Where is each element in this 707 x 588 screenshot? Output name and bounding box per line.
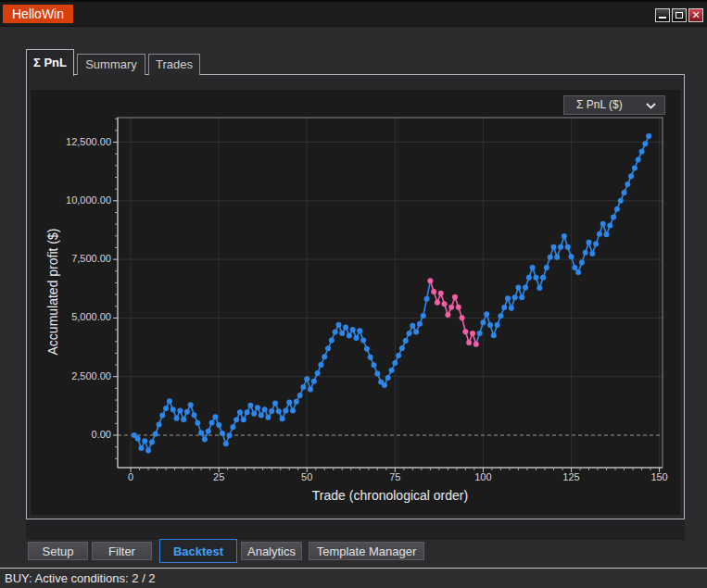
pnl-point: [396, 353, 401, 358]
y-axis-title: Accumulated profit ($): [45, 153, 60, 431]
close-icon: [689, 9, 702, 21]
pnl-point: [460, 315, 465, 320]
y-tick-label: 12,500.00: [54, 136, 111, 147]
pnl-point: [297, 393, 303, 398]
pnl-point: [487, 322, 493, 328]
pnl-point: [153, 432, 158, 437]
pnl-point: [526, 275, 532, 281]
pnl-point: [227, 432, 233, 438]
pnl-point: [149, 440, 155, 445]
pnl-point: [632, 165, 638, 170]
maximize-icon: [675, 12, 683, 19]
minimize-icon: [659, 17, 666, 19]
pnl-point: [245, 409, 250, 415]
pnl-point: [385, 375, 391, 381]
pnl-point: [347, 332, 352, 338]
pnl-point: [625, 181, 630, 187]
tab-filter[interactable]: Filter: [92, 542, 152, 560]
pnl-point: [159, 412, 165, 418]
y-tick-label: 2,500.00: [54, 370, 111, 382]
pnl-point: [142, 438, 147, 444]
pnl-point: [181, 417, 186, 422]
pnl-point: [622, 190, 627, 195]
pnl-point: [642, 141, 648, 146]
pnl-point: [177, 407, 183, 413]
plot-area[interactable]: [107, 107, 673, 478]
pnl-point: [445, 312, 450, 318]
x-tick-label: 25: [200, 471, 237, 482]
pnl-point: [470, 331, 475, 336]
pnl-point: [286, 400, 292, 406]
pnl-point: [145, 447, 151, 453]
pnl-point: [272, 400, 278, 406]
pnl-point: [579, 259, 585, 265]
pnl-point: [195, 420, 200, 426]
tab-pnl[interactable]: Σ PnL: [26, 49, 74, 76]
pnl-point: [628, 173, 634, 179]
pnl-point: [480, 319, 486, 325]
pnl-point: [523, 285, 528, 291]
pnl-point: [170, 407, 176, 412]
pnl-point: [392, 360, 398, 366]
pnl-point: [329, 337, 335, 343]
pnl-point: [135, 436, 141, 442]
title-bar[interactable]: HelloWin: [0, 0, 707, 27]
close-button[interactable]: [688, 8, 703, 22]
pnl-point: [473, 342, 479, 347]
pnl-point: [537, 285, 542, 291]
pnl-point: [462, 329, 468, 334]
pnl-point: [360, 337, 366, 343]
pnl-point: [607, 222, 612, 228]
pnl-point: [572, 265, 577, 270]
pnl-point: [311, 379, 317, 384]
pnl-point: [530, 265, 536, 270]
pnl-point: [509, 306, 514, 311]
pnl-point: [220, 431, 225, 436]
tab-analytics[interactable]: Analytics: [241, 542, 302, 560]
tab-trades[interactable]: Trades: [148, 54, 200, 75]
pnl-point: [442, 301, 448, 307]
tab-summary[interactable]: Summary: [77, 54, 145, 75]
pnl-point: [216, 422, 221, 428]
x-tick-label: 75: [376, 471, 413, 482]
pnl-point: [325, 345, 331, 351]
pnl-point: [339, 331, 345, 336]
tab-backtest[interactable]: Backtest: [159, 539, 237, 563]
pnl-point: [276, 408, 282, 414]
x-tick-label: 150: [641, 471, 678, 482]
pnl-point: [198, 430, 204, 435]
pnl-point: [255, 405, 260, 410]
pnl-point: [290, 407, 296, 413]
pnl-point: [484, 311, 489, 317]
pnl-point: [163, 406, 169, 411]
pnl-point: [407, 331, 412, 336]
pnl-point: [304, 376, 309, 382]
pnl-point: [403, 338, 409, 344]
pnl-point: [315, 370, 321, 376]
pnl-point: [636, 157, 641, 163]
pnl-point: [589, 251, 595, 256]
pnl-point: [364, 346, 370, 352]
pnl-point: [350, 327, 356, 332]
pnl-point: [294, 399, 299, 405]
maximize-button[interactable]: [672, 8, 687, 22]
pnl-point: [593, 241, 599, 246]
pnl-point: [568, 254, 574, 259]
pnl-point: [505, 295, 511, 301]
pnl-point: [280, 416, 285, 421]
pnl-point: [192, 412, 197, 418]
minimize-button[interactable]: [655, 8, 670, 22]
pnl-line-drawdown: [430, 281, 475, 344]
pnl-point: [343, 325, 348, 331]
tab-setup[interactable]: Setup: [28, 542, 88, 560]
pnl-point: [262, 407, 268, 412]
tab-template-manager[interactable]: Template Manager: [309, 542, 424, 560]
y-tick-label: 10,000.00: [54, 194, 111, 206]
pnl-point: [501, 305, 507, 310]
pnl-point: [421, 313, 426, 319]
pnl-point: [583, 250, 588, 256]
pnl-point: [300, 384, 306, 390]
pnl-point: [318, 362, 323, 368]
pnl-point: [512, 294, 518, 300]
lower-gap-band: [26, 519, 685, 540]
